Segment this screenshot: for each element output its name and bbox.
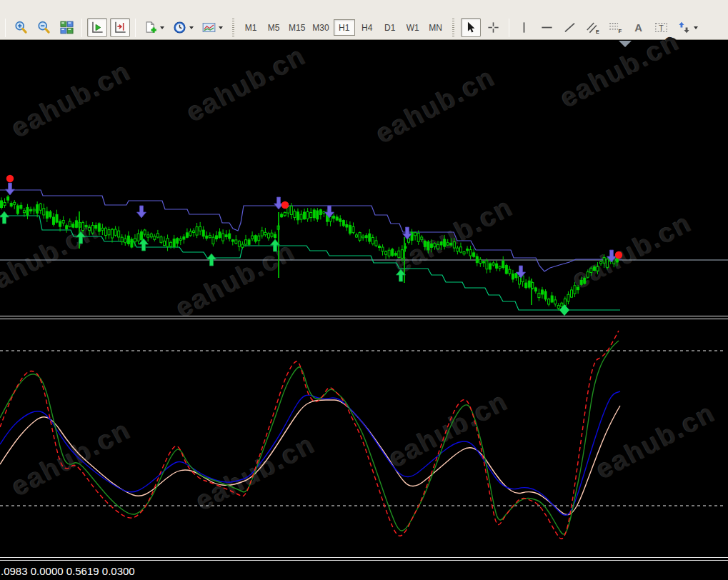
cursor-icon: [464, 21, 477, 34]
timeframe-d1-button[interactable]: D1: [379, 19, 401, 36]
svg-text:E: E: [596, 29, 599, 35]
horizontal-line-icon: [540, 21, 554, 34]
buy-signal-arrow-icon: [139, 239, 149, 251]
auto-scroll-button[interactable]: [87, 18, 107, 37]
fibonacci-button[interactable]: F: [606, 18, 626, 37]
timeframe-m5-button[interactable]: M5: [263, 19, 284, 36]
toolbar-separator: [509, 19, 509, 37]
toolbar-grip-handle[interactable]: [452, 19, 454, 37]
crosshair-icon: [487, 21, 500, 34]
templates-icon: [202, 21, 216, 34]
dropdown-caret-icon[interactable]: [694, 26, 698, 29]
main-price-chart[interactable]: [0, 40, 728, 316]
sell-signal-arrow-icon: [6, 183, 15, 195]
indicator-subwindow[interactable]: [0, 320, 728, 557]
fibonacci-icon: F: [609, 21, 622, 34]
timeframe-mn-button[interactable]: MN: [425, 19, 447, 36]
toolbar: M1M5M15M30H1H4D1W1MNEFAT: [0, 0, 728, 40]
zoom-out-icon: [37, 21, 51, 34]
equidistant-channel-button[interactable]: E: [583, 18, 603, 37]
zoom-in-icon: [14, 21, 28, 34]
periods-button[interactable]: [170, 18, 196, 37]
equidistant-channel-icon: E: [586, 21, 599, 34]
zoom-in-button[interactable]: [11, 18, 31, 37]
dropdown-caret-icon[interactable]: [189, 26, 194, 29]
arrow-objects-icon: [677, 21, 691, 34]
dropdown-caret-icon[interactable]: [219, 26, 223, 29]
timeframe-m15-button[interactable]: M15: [286, 19, 308, 36]
chart-shift-icon: [114, 21, 127, 34]
zoom-out-button[interactable]: [34, 18, 54, 37]
indicator-line-signal-pink: [0, 400, 620, 515]
vertical-line-icon: [517, 21, 531, 34]
exit-dot-icon: [281, 201, 289, 209]
vertical-line-button[interactable]: [514, 18, 534, 37]
text-button[interactable]: A: [629, 18, 649, 37]
crosshair-button[interactable]: [484, 18, 504, 37]
dropdown-caret-icon[interactable]: [160, 26, 164, 29]
exit-dot-icon: [615, 251, 622, 259]
toolbar-separator: [135, 19, 136, 37]
trendline-icon: [563, 21, 577, 34]
chart-end-marker-icon[interactable]: [619, 41, 632, 47]
text-icon: A: [632, 21, 645, 34]
arrow-objects-button[interactable]: [674, 18, 701, 37]
new-chart-button[interactable]: [141, 18, 167, 37]
toolbar-grip-handle[interactable]: [232, 19, 234, 37]
cursor-button[interactable]: [461, 18, 481, 37]
buy-signal-arrow-icon: [0, 211, 9, 224]
periods-icon: [173, 21, 186, 34]
timeframe-h1-button[interactable]: H1: [334, 19, 355, 36]
indicator-line-fast-red-dashed: [0, 331, 619, 539]
auto-scroll-icon: [91, 21, 104, 34]
metatrader-window: M1M5M15M30H1H4D1W1MNEFAT eahub.cneahub.c…: [0, 0, 728, 580]
toolbar-separator: [81, 19, 82, 37]
sell-signal-arrow-icon: [137, 206, 146, 218]
templates-button[interactable]: [199, 18, 226, 37]
tile-windows-icon: [60, 21, 74, 34]
candlesticks: [1, 195, 619, 311]
timeframe-h4-button[interactable]: H4: [356, 19, 378, 36]
new-chart-icon: [144, 21, 157, 34]
chart-shift-button[interactable]: [110, 18, 130, 37]
indicator-line-fast-green: [0, 341, 619, 534]
toolbar-separator: [5, 19, 6, 37]
horizontal-line-button[interactable]: [537, 18, 557, 37]
status-bar: .0983 0.0000 0.5619 0.0300: [0, 561, 728, 580]
trendline-button[interactable]: [560, 18, 580, 37]
buy-signal-arrow-icon: [76, 231, 86, 244]
timeframe-w1-button[interactable]: W1: [402, 19, 424, 36]
indicator-values: .0983 0.0000 0.5619 0.0300: [1, 565, 135, 577]
toolbar-row: M1M5M15M30H1H4D1W1MNEFAT: [1, 18, 727, 37]
timeframe-m1-button[interactable]: M1: [240, 19, 261, 36]
svg-text:A: A: [634, 22, 642, 34]
svg-text:F: F: [619, 28, 622, 34]
indicator-line-main-blue: [0, 391, 620, 515]
timeframe-m30-button[interactable]: M30: [309, 19, 331, 36]
exit-dot-icon: [6, 175, 14, 182]
tile-windows-button[interactable]: [56, 18, 76, 37]
